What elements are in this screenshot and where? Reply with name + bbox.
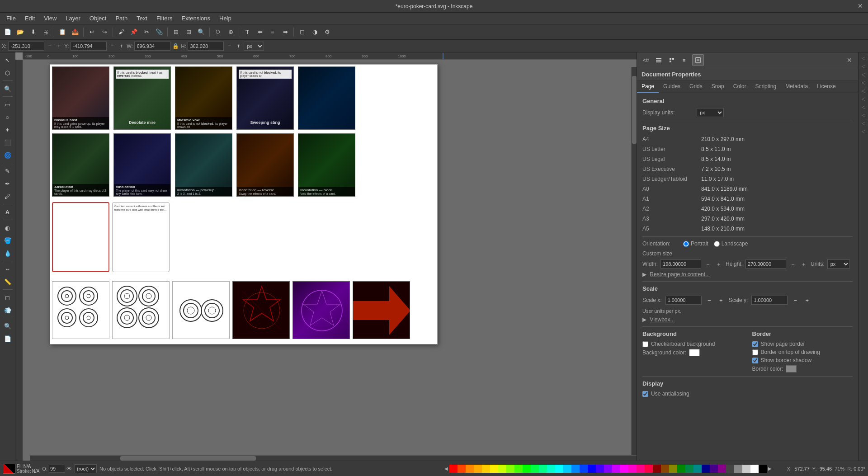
palette-swatch[interactable] (458, 465, 466, 473)
card-pentagram-1[interactable] (232, 281, 290, 339)
portrait-radio[interactable] (683, 241, 689, 247)
palette-swatch[interactable] (702, 465, 710, 473)
page-size-us-ledger/tabloid[interactable]: US Ledger/Tabloid11.0 x 17.0 in (642, 175, 853, 183)
card-thumb-10[interactable]: Incantation — reverse Swap the effects o… (236, 133, 294, 197)
star-tool[interactable]: ✦ (2, 124, 14, 136)
bezier-tool[interactable]: ✒ (2, 178, 14, 189)
bg-color-swatch[interactable] (689, 349, 700, 356)
canvas-content[interactable]: Noxious host If this card gains powerup,… (23, 60, 637, 461)
page-size-a4[interactable]: A4210.0 x 297.0 mm (642, 135, 853, 143)
doc-props-close-button[interactable]: ✕ (844, 54, 855, 66)
card-blank-1[interactable] (52, 202, 109, 272)
landscape-radio-label[interactable]: Landscape (714, 240, 748, 247)
scale-x-input[interactable] (665, 296, 702, 305)
node-editor-button[interactable]: ⬡ (212, 26, 224, 38)
panel-icon-4[interactable]: ≡ (679, 54, 691, 66)
copy-button[interactable]: 🖌 (115, 26, 127, 38)
palette-swatch[interactable] (653, 465, 661, 473)
display-units-select[interactable]: px mm in (697, 108, 724, 117)
palette-swatch[interactable] (742, 465, 750, 473)
measure-tool[interactable]: 📏 (2, 276, 14, 287)
height-input[interactable] (745, 259, 786, 269)
checkerboard-checkbox[interactable] (642, 341, 648, 347)
eraser-tool[interactable]: ◻ (2, 292, 14, 303)
width-decrease[interactable]: − (704, 260, 712, 268)
palette-swatch[interactable] (555, 465, 563, 473)
card-thumb-1[interactable]: Noxious host If this card gains powerup,… (52, 66, 109, 130)
page-size-a5[interactable]: A5148.0 x 210.0 mm (642, 225, 853, 233)
card-thumb-9[interactable]: incantation — powerup 2 is 3, and 1 is 2… (175, 133, 232, 197)
card-circles-1[interactable] (52, 281, 109, 339)
panel-icon-2[interactable] (653, 54, 665, 66)
palette-swatch[interactable] (661, 465, 669, 473)
3dbox-tool[interactable]: ⬛ (2, 137, 14, 148)
rsi-btn-2[interactable]: ◁ (860, 62, 867, 70)
palette-scroll-right[interactable]: ▶ (767, 465, 773, 473)
zoom-drawing-button[interactable]: ⊞ (170, 26, 182, 38)
fill-stroke-button[interactable]: ◑ (309, 26, 321, 38)
layer-indicator[interactable]: (root) (75, 464, 97, 473)
connector-tool[interactable]: ↔ (2, 263, 14, 275)
width-increase[interactable]: + (715, 260, 723, 268)
palette-swatch[interactable] (531, 465, 539, 473)
card-text-1[interactable]: Card text content with rules and flavor … (112, 202, 170, 272)
card-thumb-7[interactable]: Absolution The player of this card may d… (52, 133, 109, 197)
panel-icon-doc-props[interactable] (692, 54, 704, 66)
panel-icon-3[interactable] (666, 54, 678, 66)
palette-swatch[interactable] (718, 465, 726, 473)
sx-inc[interactable]: + (717, 296, 725, 304)
page-size-us-executive[interactable]: US Executive7.2 x 10.5 in (642, 165, 853, 173)
horizontal-scrollbar[interactable] (30, 455, 637, 461)
calligraphy-tool[interactable]: 🖊 (2, 190, 14, 202)
x-input[interactable] (8, 42, 44, 51)
palette-swatch[interactable] (490, 465, 498, 473)
palette-swatch[interactable] (588, 465, 596, 473)
menu-path[interactable]: Path (111, 14, 132, 23)
rsi-btn-8[interactable]: ◁ (860, 111, 867, 118)
spray-tool[interactable]: 💨 (2, 304, 14, 316)
circle-tool[interactable]: ○ (2, 111, 14, 123)
spiral-tool[interactable]: 🌀 (2, 149, 14, 161)
palette-swatch[interactable] (474, 465, 482, 473)
save-as-button[interactable]: ⬇ (27, 26, 39, 38)
text-tool-button[interactable]: T (241, 26, 253, 38)
fill-swatch[interactable] (3, 464, 15, 474)
page-size-a3[interactable]: A3297.0 x 420.0 mm (642, 215, 853, 223)
card-thumb-4[interactable]: If this card is not blocked, its player … (236, 66, 294, 130)
close-button[interactable]: ✕ (856, 2, 864, 10)
node-tool[interactable]: ⬡ (2, 67, 14, 79)
palette-swatch[interactable] (482, 465, 490, 473)
y-increase[interactable]: + (118, 40, 125, 52)
align-left-button[interactable]: ⬅ (254, 26, 266, 38)
palette-swatch[interactable] (628, 465, 637, 473)
redo-button[interactable]: ↪ (99, 26, 110, 38)
paste-button[interactable]: 📌 (128, 26, 140, 38)
rsi-btn-10[interactable]: ◁ (860, 127, 867, 135)
palette-swatch[interactable] (620, 465, 628, 473)
menu-help[interactable]: Help (215, 14, 236, 23)
rsi-btn-5[interactable]: ◁ (860, 87, 867, 94)
rect-tool[interactable]: ▭ (2, 99, 14, 110)
zoom-tool[interactable]: 🔍 (2, 83, 14, 94)
tab-page[interactable]: Page (637, 81, 659, 93)
card-thumb-2[interactable]: If this card is blocked, treat it as rev… (113, 66, 171, 130)
w-input[interactable] (134, 42, 170, 51)
y-input[interactable] (71, 42, 107, 51)
menu-edit[interactable]: Edit (20, 14, 39, 23)
x-increase[interactable]: + (55, 40, 62, 52)
card-circles-3[interactable] (172, 281, 230, 339)
vertical-scrollbar[interactable] (631, 67, 637, 455)
palette-swatch[interactable] (759, 465, 767, 473)
y-decrease[interactable]: − (108, 40, 116, 52)
palette-swatch[interactable] (645, 465, 653, 473)
text-tool[interactable]: A (2, 206, 14, 218)
tab-snap[interactable]: Snap (707, 81, 729, 93)
card-thumb-3[interactable]: Miasmic vow If this card is not blocked,… (175, 66, 232, 130)
width-input[interactable] (660, 259, 701, 269)
portrait-radio-label[interactable]: Portrait (683, 240, 708, 247)
menu-view[interactable]: View (39, 14, 61, 23)
palette-swatch[interactable] (734, 465, 742, 473)
card-thumb-5[interactable] (298, 66, 355, 130)
snap-button[interactable]: ⊕ (225, 26, 236, 38)
page-size-a2[interactable]: A2420.0 x 594.0 mm (642, 205, 853, 213)
